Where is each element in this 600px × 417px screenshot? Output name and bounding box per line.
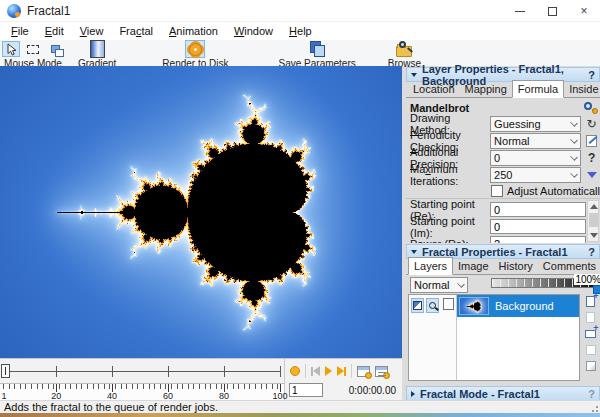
starting-point-re-input[interactable] xyxy=(490,202,586,217)
clock-icon xyxy=(383,372,390,379)
ultra-fractal-window: Fractal1 × File Edit View Fractal Animat… xyxy=(0,0,600,417)
close-button[interactable]: × xyxy=(568,0,600,22)
menu-fractal[interactable]: Fractal xyxy=(111,23,161,39)
gradient-icon xyxy=(90,40,105,58)
browse-button[interactable]: Browse xyxy=(388,41,421,69)
separator xyxy=(351,364,352,378)
blend-mode-select[interactable]: Normal xyxy=(410,277,468,293)
tab-image[interactable]: Image xyxy=(453,259,494,274)
magnifier-icon xyxy=(429,302,436,309)
new-group-button[interactable]: + xyxy=(585,327,598,340)
fractal-properties-tabs: Layers Image History Comments xyxy=(406,259,600,275)
chevron-down-icon xyxy=(570,153,578,161)
maximize-button[interactable] xyxy=(536,0,568,22)
status-bar: Adds the fractal to the queue of render … xyxy=(0,400,600,413)
timeline-major-tick xyxy=(56,366,57,377)
gradient-button[interactable]: Gradient xyxy=(78,41,116,69)
select-mode-icon xyxy=(27,45,39,54)
timeline-slider[interactable] xyxy=(0,359,284,383)
starting-point-im-input[interactable] xyxy=(490,219,586,234)
fractal-properties-title: Fractal Properties - Fractal1 xyxy=(422,246,568,258)
max-iterations-select[interactable]: 250 xyxy=(490,167,581,183)
menu-window[interactable]: Window xyxy=(226,23,281,39)
first-frame-button[interactable] xyxy=(311,366,320,376)
drawing-method-select[interactable]: Guessing xyxy=(490,116,581,132)
frame-number-input[interactable] xyxy=(289,383,323,397)
flatten-button[interactable] xyxy=(585,359,598,372)
timeline-track xyxy=(3,371,280,372)
tab-history[interactable]: History xyxy=(494,259,538,274)
expand-icon xyxy=(411,391,415,397)
scrollbar-thumb[interactable] xyxy=(589,213,598,227)
max-iterations-label: Maximum Iterations: xyxy=(410,163,490,187)
layer-visible-toggle[interactable] xyxy=(411,298,424,313)
tab-formula[interactable]: Formula xyxy=(512,80,564,98)
layer-list: Background xyxy=(408,294,580,381)
clock-icon xyxy=(365,372,372,379)
menu-help[interactable]: Help xyxy=(281,23,320,39)
play-button[interactable] xyxy=(325,366,332,376)
mouse-mode-group: Mouse Mode xyxy=(2,41,64,69)
scroll-up-icon xyxy=(590,204,598,209)
reload-formula-button[interactable]: ↻ xyxy=(583,117,600,131)
desktop-wallpaper-sliver xyxy=(0,413,600,417)
timeline-ruler: 120406080100 xyxy=(0,383,284,401)
collapse-icon xyxy=(411,250,417,254)
help-icon[interactable]: ? xyxy=(588,69,595,81)
save-parameters-icon xyxy=(309,41,325,57)
formula-help-button[interactable]: ? xyxy=(583,151,600,165)
normal-mode-button[interactable] xyxy=(2,41,20,57)
layer-checkbox[interactable] xyxy=(443,298,454,310)
last-frame-button[interactable] xyxy=(337,366,346,376)
tab-location[interactable]: Location xyxy=(408,82,460,97)
select-mode-button[interactable] xyxy=(24,41,42,57)
menu-view[interactable]: View xyxy=(72,23,112,39)
fractal-view[interactable] xyxy=(0,66,402,358)
switch-mode-button[interactable] xyxy=(46,41,64,57)
browse-formula-button[interactable] xyxy=(584,102,598,114)
timeline-thumb[interactable] xyxy=(1,364,10,378)
new-layer-button[interactable]: + xyxy=(585,295,598,308)
fractal-mode-title: Fractal Mode - Fractal1 xyxy=(420,388,540,400)
animation-settings-button[interactable] xyxy=(375,366,388,377)
adjust-automatically-checkbox[interactable] xyxy=(491,185,503,197)
layer-properties-tabs: Location Mapping Formula Inside Outside xyxy=(406,82,600,98)
edit-formula-button[interactable] xyxy=(583,135,600,147)
layer-editable-toggle[interactable] xyxy=(426,298,439,313)
save-parameters-button[interactable]: Save Parameters xyxy=(279,41,356,69)
more-options-button[interactable] xyxy=(583,172,600,178)
menu-edit[interactable]: Edit xyxy=(37,23,72,39)
fractal-mode-header[interactable]: Fractal Mode - Fractal1 ? xyxy=(406,386,600,401)
cursor-icon xyxy=(6,43,17,56)
menu-file[interactable]: File xyxy=(3,23,37,39)
tab-inside[interactable]: Inside xyxy=(564,82,600,97)
power-re-input[interactable] xyxy=(490,236,586,243)
layer-toggles xyxy=(409,295,457,380)
precision-select[interactable]: 0 xyxy=(490,150,581,166)
animation-bar: 120406080100 0:00:00.00 xyxy=(0,358,402,400)
merge-layer-icon xyxy=(586,345,596,355)
layer-properties-header[interactable]: Layer Properties - Fractal1, Background … xyxy=(406,67,600,82)
last-frame-icon xyxy=(337,366,344,376)
timeline: 120406080100 xyxy=(0,359,285,401)
opacity-slider[interactable]: 100% xyxy=(491,276,600,294)
tab-mapping[interactable]: Mapping xyxy=(460,82,512,97)
edit-icon xyxy=(586,135,597,147)
minimize-button[interactable] xyxy=(504,0,536,22)
menu-animation[interactable]: Animation xyxy=(161,23,226,39)
tab-layers[interactable]: Layers xyxy=(408,257,453,275)
scroll-down-icon xyxy=(590,233,598,238)
help-icon[interactable]: ? xyxy=(588,388,595,400)
periodicity-select[interactable]: Normal xyxy=(490,133,581,149)
layer-thumbnail xyxy=(459,297,489,315)
help-icon[interactable]: ? xyxy=(588,246,595,258)
animation-frame-button[interactable] xyxy=(357,366,370,377)
chevron-down-icon xyxy=(570,136,578,144)
layer-row-background[interactable]: Background xyxy=(457,295,579,317)
first-frame-icon xyxy=(313,366,320,376)
parameters-scrollbar[interactable] xyxy=(587,200,599,242)
merge-layer-button[interactable] xyxy=(585,343,598,356)
record-button[interactable] xyxy=(290,366,300,376)
render-to-disk-button[interactable]: Render to Disk xyxy=(162,41,228,69)
tab-comments[interactable]: Comments xyxy=(538,259,600,274)
